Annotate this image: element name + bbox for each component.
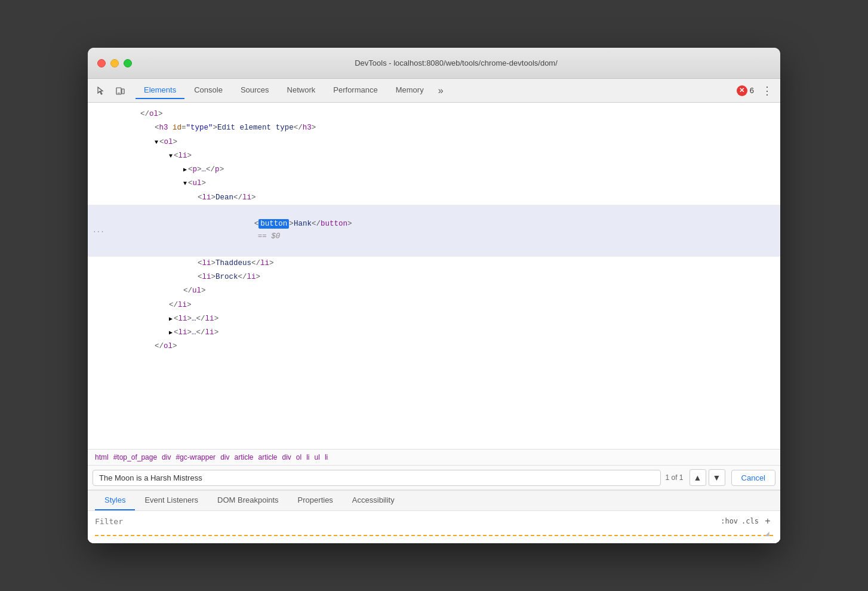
dom-line: </li> [88, 298, 780, 312]
device-toolbar-button[interactable] [112, 82, 128, 99]
filter-input[interactable] [95, 517, 716, 526]
dom-line: </ol> [88, 340, 780, 353]
devtools-menu-button[interactable]: ⋮ [759, 82, 775, 99]
filter-row: :hov .cls + [95, 516, 773, 527]
panel-tabs: Styles Event Listeners DOM Breakpoints P… [88, 491, 780, 511]
tab-properties[interactable]: Properties [288, 491, 343, 510]
triangle-icon[interactable] [155, 137, 158, 147]
tab-console[interactable]: Console [186, 82, 231, 99]
dom-line: <li>…</li> [88, 312, 780, 326]
dom-line: <ul> [88, 177, 780, 190]
bottom-panel: Styles Event Listeners DOM Breakpoints P… [88, 490, 780, 543]
dots-prefix: ... [93, 225, 104, 236]
window-title: DevTools - localhost:8080/web/tools/chro… [141, 59, 771, 67]
tab-event-listeners[interactable]: Event Listeners [135, 491, 208, 510]
dom-line: </ul> [88, 284, 780, 298]
error-badge: ✕ 6 [737, 85, 754, 96]
breadcrumb-gc-wrapper[interactable]: #gc-wrapper [176, 453, 216, 461]
tab-elements[interactable]: Elements [136, 82, 184, 99]
breadcrumb-top-of-page[interactable]: #top_of_page [113, 453, 157, 461]
dom-line: </ol> [88, 107, 780, 121]
breadcrumb-li1[interactable]: li [306, 453, 309, 461]
tab-performance[interactable]: Performance [325, 82, 386, 99]
inspect-element-button[interactable] [93, 82, 109, 99]
search-count: 1 of 1 [666, 473, 684, 482]
tab-bar: Elements Console Sources Network Perform… [88, 79, 780, 103]
selected-tag: button [258, 219, 289, 229]
dom-line: <li> [88, 149, 780, 163]
toolbar-icons [93, 82, 128, 99]
traffic-lights [97, 59, 132, 67]
search-input[interactable] [93, 470, 661, 486]
dom-line: <li>Brock</li> [88, 270, 780, 284]
hov-cls-group: :hov .cls + [721, 516, 773, 527]
search-next-button[interactable]: ▼ [709, 469, 725, 486]
breadcrumb-ol[interactable]: ol [296, 453, 301, 461]
maximize-button[interactable] [124, 59, 132, 67]
dom-line: <p>…</p> [88, 163, 780, 177]
breadcrumb-bar: html #top_of_page div #gc-wrapper div ar… [88, 449, 780, 466]
breadcrumb-div3[interactable]: div [282, 453, 291, 461]
triangle-icon[interactable] [169, 314, 173, 324]
dom-line: <li>Dean</li> [88, 191, 780, 205]
svg-rect-1 [122, 89, 124, 94]
add-style-button[interactable]: + [762, 516, 773, 527]
device-icon [115, 86, 125, 96]
triangle-icon[interactable] [169, 328, 173, 338]
tabs: Elements Console Sources Network Perform… [136, 82, 737, 99]
error-count: 6 [750, 86, 754, 95]
resize-handle[interactable]: ◢ [765, 530, 772, 537]
search-bar: 1 of 1 ▲ ▼ Cancel [88, 466, 780, 490]
dom-line: <h3 id="type">Edit element type</h3> [88, 121, 780, 135]
breadcrumb-li2[interactable]: li [325, 453, 328, 461]
cancel-button[interactable]: Cancel [731, 470, 775, 486]
breadcrumb-div2[interactable]: div [220, 453, 229, 461]
tab-styles[interactable]: Styles [95, 491, 135, 510]
minimize-button[interactable] [110, 59, 119, 67]
title-bar: DevTools - localhost:8080/web/tools/chro… [88, 48, 780, 79]
triangle-icon[interactable] [183, 178, 187, 189]
cursor-icon [96, 86, 106, 96]
tab-memory[interactable]: Memory [387, 82, 432, 99]
breadcrumb-ul[interactable]: ul [315, 453, 320, 461]
breadcrumb-article2[interactable]: article [258, 453, 277, 461]
dom-line: <li>…</li> [88, 326, 780, 340]
cls-button[interactable]: .cls [741, 517, 759, 525]
tab-network[interactable]: Network [279, 82, 324, 99]
hov-button[interactable]: :hov [721, 517, 738, 525]
styles-panel: :hov .cls + ◢ [88, 511, 780, 543]
tab-dom-breakpoints[interactable]: DOM Breakpoints [208, 491, 288, 510]
search-prev-button[interactable]: ▲ [690, 469, 706, 486]
main-content: </ol> <h3 id="type">Edit element type</h… [88, 103, 780, 543]
styles-resize-area: ◢ [95, 527, 773, 538]
dashed-line [95, 535, 773, 536]
dom-line: <ol> [88, 136, 780, 149]
breadcrumb-div1[interactable]: div [162, 453, 171, 461]
dom-panel[interactable]: </ol> <h3 id="type">Edit element type</h… [88, 103, 780, 449]
tab-accessibility[interactable]: Accessibility [343, 491, 404, 510]
triangle-icon[interactable] [183, 165, 187, 175]
close-button[interactable] [97, 59, 106, 67]
error-icon: ✕ [737, 85, 747, 96]
more-tabs-button[interactable]: » [433, 83, 448, 98]
triangle-icon[interactable] [169, 151, 173, 161]
tab-sources[interactable]: Sources [232, 82, 278, 99]
breadcrumb-article1[interactable]: article [234, 453, 253, 461]
dom-line: <li>Thaddeus</li> [88, 257, 780, 270]
dom-line-selected[interactable]: ... <button>Hank</button> == $0 [88, 205, 780, 257]
devtools-window: DevTools - localhost:8080/web/tools/chro… [88, 48, 780, 543]
breadcrumb-html[interactable]: html [95, 453, 109, 461]
